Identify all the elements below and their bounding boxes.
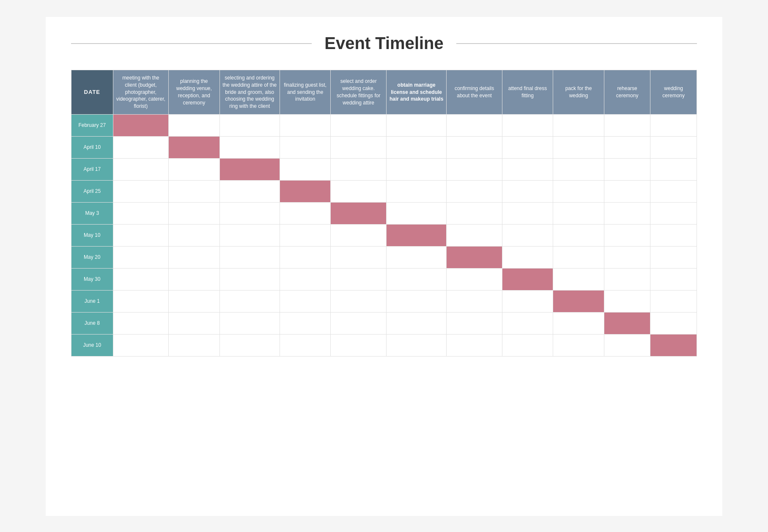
empty-task-cell (447, 224, 502, 246)
table-row: May 20 (71, 246, 697, 268)
empty-task-cell (386, 136, 446, 158)
empty-task-cell (604, 136, 650, 158)
empty-task-cell (650, 224, 697, 246)
empty-task-cell (386, 290, 446, 312)
timeline-table: DATE meeting with the client (budget, ph… (71, 70, 697, 356)
empty-task-cell (169, 312, 220, 334)
empty-task-cell (604, 224, 650, 246)
date-cell: May 3 (71, 202, 113, 224)
empty-task-cell (169, 268, 220, 290)
empty-task-cell (280, 312, 331, 334)
empty-task-cell (113, 334, 168, 356)
col-header-task1: meeting with the client (budget, photogr… (113, 70, 168, 115)
empty-task-cell (502, 312, 553, 334)
page-title: Event Timeline (324, 34, 444, 53)
table-row: February 27 (71, 114, 697, 136)
empty-task-cell (650, 268, 697, 290)
empty-task-cell (331, 224, 386, 246)
col-header-task3: selecting and ordering the wedding attir… (219, 70, 280, 115)
empty-task-cell (113, 202, 168, 224)
empty-task-cell (604, 114, 650, 136)
empty-task-cell (604, 158, 650, 180)
empty-task-cell (113, 224, 168, 246)
date-cell: April 25 (71, 180, 113, 202)
empty-task-cell (386, 312, 446, 334)
table-row: May 10 (71, 224, 697, 246)
empty-task-cell (219, 290, 280, 312)
col-header-task2: planning the wedding venue, reception, a… (169, 70, 220, 115)
empty-task-cell (331, 114, 386, 136)
empty-task-cell (447, 268, 502, 290)
title-section: Event Timeline (71, 34, 697, 53)
empty-task-cell (331, 158, 386, 180)
empty-task-cell (280, 246, 331, 268)
empty-task-cell (280, 114, 331, 136)
empty-task-cell (447, 136, 502, 158)
empty-task-cell (604, 268, 650, 290)
empty-task-cell (113, 158, 168, 180)
filled-task-cell (386, 224, 446, 246)
empty-task-cell (553, 224, 604, 246)
empty-task-cell (331, 334, 386, 356)
empty-task-cell (604, 290, 650, 312)
empty-task-cell (502, 114, 553, 136)
empty-task-cell (169, 246, 220, 268)
filled-task-cell (447, 246, 502, 268)
empty-task-cell (650, 114, 697, 136)
empty-task-cell (502, 290, 553, 312)
empty-task-cell (219, 114, 280, 136)
col-header-date: DATE (71, 70, 113, 115)
date-cell: June 1 (71, 290, 113, 312)
empty-task-cell (650, 180, 697, 202)
empty-task-cell (331, 312, 386, 334)
empty-task-cell (650, 158, 697, 180)
empty-task-cell (447, 202, 502, 224)
empty-task-cell (502, 158, 553, 180)
empty-task-cell (331, 268, 386, 290)
empty-task-cell (386, 268, 446, 290)
empty-task-cell (169, 180, 220, 202)
empty-task-cell (169, 114, 220, 136)
empty-task-cell (604, 202, 650, 224)
empty-task-cell (219, 334, 280, 356)
empty-task-cell (553, 268, 604, 290)
date-cell: May 10 (71, 224, 113, 246)
empty-task-cell (113, 136, 168, 158)
empty-task-cell (386, 246, 446, 268)
empty-task-cell (553, 246, 604, 268)
table-row: May 30 (71, 268, 697, 290)
empty-task-cell (553, 312, 604, 334)
empty-task-cell (386, 158, 446, 180)
empty-task-cell (113, 268, 168, 290)
filled-task-cell (502, 268, 553, 290)
empty-task-cell (502, 202, 553, 224)
filled-task-cell (604, 312, 650, 334)
empty-task-cell (386, 180, 446, 202)
empty-task-cell (502, 224, 553, 246)
table-row: April 10 (71, 136, 697, 158)
empty-task-cell (553, 136, 604, 158)
date-cell: April 17 (71, 158, 113, 180)
empty-task-cell (280, 334, 331, 356)
empty-task-cell (502, 180, 553, 202)
empty-task-cell (169, 224, 220, 246)
table-row: June 8 (71, 312, 697, 334)
empty-task-cell (447, 334, 502, 356)
empty-task-cell (219, 224, 280, 246)
empty-task-cell (219, 180, 280, 202)
date-cell: June 10 (71, 334, 113, 356)
empty-task-cell (447, 312, 502, 334)
header-row: DATE meeting with the client (budget, ph… (71, 70, 697, 115)
empty-task-cell (280, 136, 331, 158)
empty-task-cell (169, 158, 220, 180)
table-row: June 10 (71, 334, 697, 356)
col-header-task10: rehearse ceremony (604, 70, 650, 115)
filled-task-cell (650, 334, 697, 356)
filled-task-cell (331, 202, 386, 224)
empty-task-cell (502, 334, 553, 356)
empty-task-cell (386, 114, 446, 136)
filled-task-cell (280, 180, 331, 202)
empty-task-cell (280, 268, 331, 290)
empty-task-cell (113, 180, 168, 202)
col-header-task8: attend final dress fitting (502, 70, 553, 115)
